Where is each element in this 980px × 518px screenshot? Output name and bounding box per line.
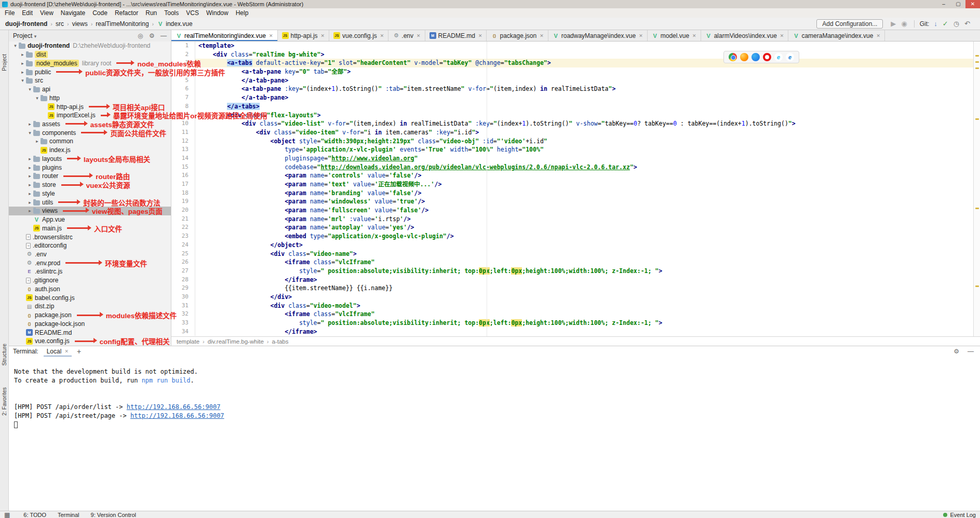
tree-item-duoji-frontend[interactable]: ▾duoji-frontendD:\zheheWeb\duoji-fronten… <box>9 42 171 50</box>
tab-close-icon[interactable]: ✕ <box>380 33 384 38</box>
tab-close-icon[interactable]: ✕ <box>321 33 325 38</box>
status-item-grid[interactable]: ▦ <box>4 511 12 518</box>
debug-icon[interactable]: ◉ <box>901 20 907 28</box>
tree-item-common[interactable]: ▸common <box>9 137 171 146</box>
tree-item-public[interactable]: ▸publicpublic资源文件夹，一般放引用的第三方插件 <box>9 67 171 76</box>
editor-breadcrumb-item-div-realtime-bg-white[interactable]: div.realTime.bg-white <box>208 338 264 345</box>
tree-item-main-js[interactable]: JSmain.js入口文件 <box>9 224 171 233</box>
chevron-right-icon[interactable]: ▸ <box>26 191 33 196</box>
tree-item-package-json[interactable]: {}package.jsonmodules依赖描述文件 <box>9 311 171 320</box>
gear-icon[interactable]: ⚙ <box>149 32 155 39</box>
menu-help[interactable]: Help <box>232 8 252 18</box>
menu-view[interactable]: View <box>36 8 57 18</box>
maximize-button[interactable]: ▢ <box>951 0 965 8</box>
tree-item-gitignore[interactable]: ≡.gitignore <box>9 276 171 285</box>
tab-close-icon[interactable]: ✕ <box>478 33 482 38</box>
chevron-right-icon[interactable]: ▸ <box>26 165 33 170</box>
tree-item-package-lock-json[interactable]: {}package-lock.json <box>9 320 171 329</box>
breadcrumb-item-duoji-frontend[interactable]: duoji-frontend <box>5 20 47 28</box>
chevron-right-icon[interactable]: ▸ <box>19 70 26 75</box>
locate-file-icon[interactable]: ◎ <box>138 32 143 39</box>
tab-http-api-js[interactable]: JShttp-api.js✕ <box>278 30 330 41</box>
menu-refactor[interactable]: Refactor <box>111 8 142 18</box>
chevron-down-icon[interactable]: ▾ <box>26 130 33 135</box>
history-icon[interactable]: ◷ <box>954 20 959 28</box>
tree-item-views[interactable]: ▸viewsview视图、pages页面 <box>9 207 171 215</box>
tab-readme-md[interactable]: MREADME.md✕ <box>425 30 487 41</box>
tree-item-plugins[interactable]: ▸plugins <box>9 163 171 172</box>
tab-package-json[interactable]: {}package.json✕ <box>487 30 548 41</box>
chevron-down-icon[interactable]: ▾ <box>19 78 26 83</box>
minimize-button[interactable]: – <box>936 0 951 8</box>
tree-item-app-vue[interactable]: VApp.vue <box>9 215 171 224</box>
tab-model-vue[interactable]: Vmodel.vue✕ <box>648 30 701 41</box>
git-commit-icon[interactable]: ✓ <box>943 20 948 28</box>
project-tool-button[interactable]: Project <box>1 54 7 71</box>
chevron-down-icon[interactable]: ▾ <box>34 96 41 101</box>
tree-item-auth-json[interactable]: {}auth.json <box>9 285 171 294</box>
chevron-right-icon[interactable]: ▸ <box>34 139 41 144</box>
chevron-right-icon[interactable]: ▸ <box>19 61 26 66</box>
menu-vcs[interactable]: VCS <box>182 8 203 18</box>
tree-item-vue-config-js[interactable]: JSvue.config.jsconfig配置、代理相关 <box>9 337 171 346</box>
ie-icon[interactable]: e <box>774 53 783 61</box>
tab-realtimemonitoring-index-vue[interactable]: VrealTimeMonitoring\index.vue✕ <box>171 30 278 41</box>
chevron-right-icon[interactable]: ▸ <box>26 182 33 187</box>
chevron-right-icon[interactable]: ▸ <box>26 121 33 127</box>
git-update-icon[interactable]: ↓ <box>934 20 937 28</box>
chevron-down-icon[interactable]: ▾ <box>26 87 33 92</box>
menu-edit[interactable]: Edit <box>18 8 36 18</box>
project-panel-title[interactable]: Project ▾ <box>13 32 36 39</box>
chevron-right-icon[interactable]: ▸ <box>26 208 33 213</box>
close-button[interactable]: ✕ <box>965 0 980 8</box>
tree-item-api[interactable]: ▾api <box>9 85 171 94</box>
new-terminal-button[interactable]: + <box>77 347 81 356</box>
menu-run[interactable]: Run <box>142 8 160 18</box>
menu-file[interactable]: File <box>1 8 18 18</box>
tree-item-store[interactable]: ▸storevuex公共资源 <box>9 181 171 189</box>
terminal-output[interactable]: Note that the development build is not o… <box>9 357 980 511</box>
favorites-tool-button[interactable]: 2: Favorites <box>1 387 7 416</box>
editor-breadcrumb-item-template[interactable]: template <box>177 338 199 345</box>
tab-close-icon[interactable]: ✕ <box>876 33 880 38</box>
tree-item-browserslistrc[interactable]: ≡.browserslistrc <box>9 233 171 241</box>
chevron-down-icon[interactable]: ▾ <box>12 43 19 48</box>
breadcrumb-item-index-vue[interactable]: Vindex.vue <box>157 20 192 28</box>
tree-item-editorconfig[interactable]: ≡.editorconfig <box>9 241 171 250</box>
breadcrumb-item-src[interactable]: src <box>56 20 64 28</box>
editor-breadcrumb-item-a-tabs[interactable]: a-tabs <box>272 338 288 345</box>
terminal-minimize-icon[interactable]: — <box>968 348 974 355</box>
menu-navigate[interactable]: Navigate <box>57 8 89 18</box>
terminal-link[interactable]: http://192.168.66.56:9007 <box>127 403 221 411</box>
tab-close-icon[interactable]: ✕ <box>639 33 643 38</box>
structure-tool-button[interactable]: Structure <box>1 344 7 366</box>
tab-close-icon[interactable]: ✕ <box>692 33 696 38</box>
tab-cameramanage-index-vue[interactable]: VcameraManage\index.vue✕ <box>788 30 885 41</box>
rollback-icon[interactable]: ↶ <box>964 20 970 28</box>
tab-env[interactable]: ⚙.env✕ <box>388 30 425 41</box>
breadcrumb-item-views[interactable]: views <box>72 20 88 28</box>
terminal-tab-close-icon[interactable]: ✕ <box>64 349 69 354</box>
tab-close-icon[interactable]: ✕ <box>417 33 421 38</box>
breadcrumb-item-realtimemonitoring[interactable]: realTimeMonitoring <box>96 20 149 28</box>
code-area[interactable]: 1<template>2 <div class="realTime bg-whi… <box>171 42 973 336</box>
run-icon[interactable]: ▶ <box>891 20 896 28</box>
chevron-right-icon[interactable]: ▸ <box>26 200 33 205</box>
menu-code[interactable]: Code <box>89 8 111 18</box>
menu-tools[interactable]: Tools <box>160 8 182 18</box>
tree-item-babel-config-js[interactable]: JSbabel.config.js <box>9 293 171 302</box>
chevron-right-icon[interactable]: ▸ <box>26 156 33 161</box>
tree-item-layouts[interactable]: ▸layoutslayouts全局布局相关 <box>9 155 171 163</box>
firefox-icon[interactable] <box>740 53 748 61</box>
tab-alarmvideos-index-vue[interactable]: ValarmVideos\index.vue✕ <box>701 30 789 41</box>
tree-item-env-prod[interactable]: ⚙.env.prod环境变量文件 <box>9 258 171 267</box>
chevron-right-icon[interactable]: ▸ <box>26 173 33 179</box>
tree-item-components[interactable]: ▾components页面公共组件文件 <box>9 128 171 137</box>
tab-close-icon[interactable]: ✕ <box>780 33 784 38</box>
tab-close-icon[interactable]: ✕ <box>269 33 273 38</box>
status-item-6-todo[interactable]: 6: TODO <box>23 512 46 518</box>
chrome-icon[interactable] <box>729 53 737 61</box>
tab-close-icon[interactable]: ✕ <box>540 33 544 38</box>
chevron-right-icon[interactable]: ▸ <box>19 52 26 57</box>
tab-vue-config-js[interactable]: JSvue.config.js✕ <box>329 30 388 41</box>
